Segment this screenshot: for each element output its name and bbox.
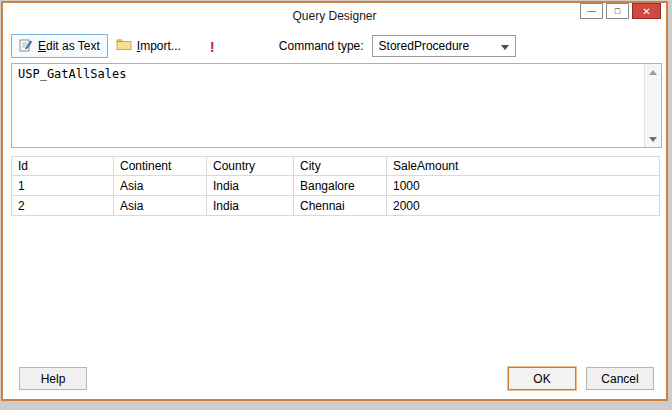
column-header-id: Id (12, 157, 114, 176)
edit-text-icon (19, 38, 33, 55)
import-button[interactable]: Import... (108, 34, 189, 58)
import-label: Import... (137, 39, 181, 53)
execute-exclamation-icon: ! (210, 38, 215, 55)
scroll-up-button[interactable] (645, 64, 661, 80)
edit-as-text-label: Edit as Text (38, 39, 100, 53)
cancel-button[interactable]: Cancel (586, 367, 654, 390)
results-grid: Id Continent Country City SaleAmount 1 A… (11, 156, 660, 216)
close-icon: ✕ (642, 6, 650, 17)
maximize-button[interactable]: □ (606, 3, 629, 19)
chevron-down-icon (501, 45, 509, 50)
cell-id: 2 (12, 196, 114, 216)
caption-buttons: — □ ✕ (580, 3, 661, 19)
minimize-icon: — (587, 6, 596, 16)
cell-country: India (207, 196, 294, 216)
close-button[interactable]: ✕ (632, 3, 661, 19)
edit-as-text-button[interactable]: Edit as Text (11, 34, 108, 58)
cell-country: India (207, 176, 294, 196)
command-type-dropdown[interactable]: StoredProcedure (372, 35, 516, 57)
query-text-panel: USP_GatAllSales (11, 63, 662, 148)
query-text-input[interactable]: USP_GatAllSales (12, 64, 644, 147)
command-type-value: StoredProcedure (379, 39, 470, 53)
cell-saleamount: 1000 (387, 176, 660, 196)
ok-button[interactable]: OK (508, 367, 576, 390)
scroll-down-button[interactable] (645, 131, 661, 147)
query-designer-window: Query Designer — □ ✕ (1, 1, 668, 401)
arrow-up-icon (649, 70, 657, 75)
minimize-button[interactable]: — (580, 3, 603, 19)
command-type-label: Command type: (279, 39, 364, 53)
cell-id: 1 (12, 176, 114, 196)
column-header-continent: Continent (114, 157, 207, 176)
cell-saleamount: 2000 (387, 196, 660, 216)
help-button[interactable]: Help (19, 367, 87, 390)
execute-query-button[interactable]: ! (203, 34, 221, 58)
cell-city: Bangalore (294, 176, 387, 196)
grid-header-row: Id Continent Country City SaleAmount (12, 157, 660, 176)
desktop-background: Query Designer — □ ✕ (0, 0, 672, 410)
window-title: Query Designer (3, 9, 666, 23)
column-header-country: Country (207, 157, 294, 176)
toolbar: Edit as Text Import... ! Command type: S… (3, 31, 666, 61)
vertical-scrollbar[interactable] (644, 64, 661, 147)
title-bar[interactable]: Query Designer — □ ✕ (3, 3, 666, 31)
table-row[interactable]: 1 Asia India Bangalore 1000 (12, 176, 660, 196)
arrow-down-icon (649, 137, 657, 142)
folder-open-icon (116, 38, 132, 54)
column-header-city: City (294, 157, 387, 176)
cell-continent: Asia (114, 196, 207, 216)
column-header-saleamount: SaleAmount (387, 157, 660, 176)
table-row[interactable]: 2 Asia India Chennai 2000 (12, 196, 660, 216)
cell-continent: Asia (114, 176, 207, 196)
cell-city: Chennai (294, 196, 387, 216)
maximize-icon: □ (615, 6, 620, 16)
